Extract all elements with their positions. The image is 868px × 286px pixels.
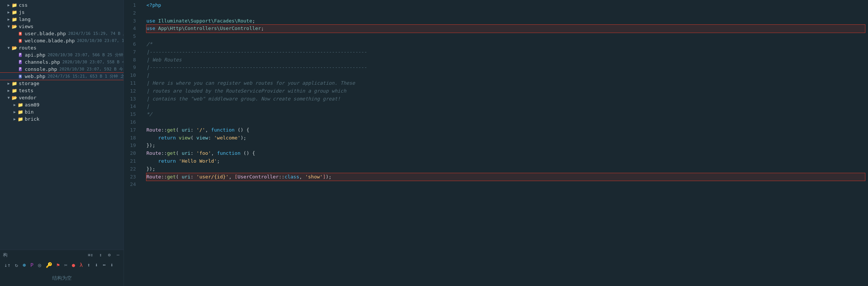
php-icon-channels: P xyxy=(17,60,23,65)
sidebar-item-storage[interactable]: storage xyxy=(0,80,124,87)
code-line-20: Route::get( uri: 'foo', function () { xyxy=(146,150,865,157)
sidebar-item-lang[interactable]: lang xyxy=(0,16,124,23)
editor: 1 2 3 4 5 6 7 8 9 10 11 12 13 14 15 16 1… xyxy=(124,0,868,286)
folder-icon-routes xyxy=(11,45,17,51)
storage-label: storage xyxy=(19,81,39,86)
sidebar-bottom: 构 ≡↕ ↕ ⚙ — ↓↑ ↻ ⊕ P ◎ 🔑 ⚑ ✂ ● λ ⬆ xyxy=(0,250,124,286)
sidebar-item-vendor[interactable]: vendor xyxy=(0,94,124,101)
code-line-14: | xyxy=(146,103,865,111)
sidebar-item-tests[interactable]: tests xyxy=(0,87,124,94)
main-container: css js lang views xyxy=(0,0,868,286)
refresh-btn[interactable]: ↻ xyxy=(14,261,19,269)
routes-label: routes xyxy=(19,45,36,51)
folder-icon-asm89 xyxy=(17,102,23,108)
code-line-21: return 'Hello World'; xyxy=(146,157,865,165)
dot-btn[interactable]: ● xyxy=(71,261,76,269)
user-blade-meta: 2024/7/16 15:29, 74 B 片刻 之前 xyxy=(68,31,124,36)
brick-label: brick xyxy=(25,116,39,122)
code-line-7: |---------------------------------------… xyxy=(146,48,865,56)
sidebar-item-routes[interactable]: routes xyxy=(0,44,124,51)
folder-icon-views xyxy=(11,24,17,29)
code-line-22: }); xyxy=(146,165,865,173)
structure-settings-btn[interactable]: ⚙ xyxy=(107,252,112,258)
down-btn[interactable]: ⬇ xyxy=(94,261,99,269)
code-line-15: */ xyxy=(146,111,865,118)
console-php-meta: 2020/10/30 23:07, 592 B 今天 13:19 xyxy=(59,66,124,72)
circle-btn[interactable]: ◎ xyxy=(37,261,42,269)
arrow-vendor xyxy=(6,95,11,100)
flag-btn[interactable]: ⚑ xyxy=(56,261,61,269)
arrow-empty4 xyxy=(12,60,17,65)
structure-scroll-btn[interactable]: ↕ xyxy=(98,252,103,258)
folder-icon-brick xyxy=(17,117,23,122)
lambda-btn[interactable]: λ xyxy=(78,261,84,269)
code-line-11: | Here is where you can register web rou… xyxy=(146,79,865,87)
arrow-storage xyxy=(6,81,11,86)
sidebar-item-bin[interactable]: bin xyxy=(0,108,124,115)
code-line-18: return view( view: 'welcome'); xyxy=(146,134,865,142)
code-line-5 xyxy=(146,33,865,40)
structure-title-bar: 构 ≡↕ ↕ ⚙ — xyxy=(0,250,124,260)
folder-icon-bin xyxy=(17,109,23,115)
css-label: css xyxy=(19,2,27,8)
blade-icon-user: B xyxy=(17,31,23,36)
views-label: views xyxy=(19,24,33,29)
structure-sort-btn[interactable]: ≡↕ xyxy=(87,252,94,258)
sidebar-item-api-php[interactable]: P api.php 2020/10/30 23:07, 566 B 25 分钟 … xyxy=(0,51,124,58)
arrow-tests xyxy=(6,88,11,93)
sort-btn[interactable]: ↓↑ xyxy=(3,261,12,269)
code-line-13: | contains the "web" middleware group. N… xyxy=(146,95,865,103)
api-php-meta: 2020/10/30 23:07, 566 B 25 分钟 之前 xyxy=(48,52,124,58)
sidebar-item-channels-php[interactable]: P channels.php 2020/10/30 23:07, 558 B 今… xyxy=(0,58,124,66)
js-label: js xyxy=(19,9,25,15)
sidebar-item-asm89[interactable]: asm89 xyxy=(0,101,124,108)
p-btn[interactable]: P xyxy=(29,261,35,269)
bin-label: bin xyxy=(25,109,33,115)
structure-collapse-btn[interactable]: — xyxy=(116,252,121,258)
php-icon-console: P xyxy=(17,67,23,72)
arrow-empty xyxy=(12,31,17,36)
code-line-16 xyxy=(146,118,865,126)
code-line-1: <?php xyxy=(146,1,865,9)
sidebar-item-user-blade[interactable]: B user.blade.php 2024/7/16 15:29, 74 B 片… xyxy=(0,30,124,37)
welcome-blade-label: welcome.blade.php xyxy=(25,38,75,43)
sidebar-item-views[interactable]: views xyxy=(0,23,124,30)
cut-btn[interactable]: ✂ xyxy=(63,261,68,269)
code-line-24 xyxy=(146,181,865,189)
welcome-blade-meta: 2020/10/30 23:07, 18.21 kB 5 分钟 之前 xyxy=(77,38,124,43)
sidebar-item-welcome-blade[interactable]: B welcome.blade.php 2020/10/30 23:07, 18… xyxy=(0,37,124,44)
up-btn[interactable]: ⬆ xyxy=(86,261,91,269)
arrow-empty6 xyxy=(12,74,17,79)
api-php-label: api.php xyxy=(25,52,45,58)
blade-icon-welcome: B xyxy=(17,38,23,43)
folder-icon-js xyxy=(11,10,17,15)
sidebar-tree[interactable]: css js lang views xyxy=(0,0,124,250)
vendor-label: vendor xyxy=(19,95,36,100)
folder-icon-vendor xyxy=(11,95,17,100)
sidebar-item-js[interactable]: js xyxy=(0,9,124,16)
sidebar-item-brick[interactable]: brick xyxy=(0,115,124,123)
code-line-23: Route::get( uri: 'user/{id}', [UserContr… xyxy=(146,173,865,181)
arrow-lang xyxy=(6,17,11,22)
sidebar-item-console-php[interactable]: P console.php 2020/10/30 23:07, 592 B 今天… xyxy=(0,66,124,73)
folder-icon-css xyxy=(11,3,17,8)
code-line-19: }); xyxy=(146,142,865,150)
console-php-label: console.php xyxy=(25,66,57,72)
channels-php-label: channels.php xyxy=(25,59,60,65)
arrow-asm89 xyxy=(12,102,17,108)
arrow-bin xyxy=(12,109,17,115)
code-line-17: Route::get( uri: '/', function () { xyxy=(146,126,865,134)
key-btn[interactable]: 🔑 xyxy=(45,261,53,269)
folder-icon-lang xyxy=(11,17,17,22)
structure-empty: 结构为空 xyxy=(0,270,124,286)
code-line-4: use App\Http\Controllers\UserController; xyxy=(146,25,865,33)
add-btn[interactable]: ⊕ xyxy=(21,261,27,269)
arrow-empty5 xyxy=(12,67,17,72)
sidebar-item-web-php[interactable]: R web.php 2024/7/16 15:21, 653 B 1 分钟 之前 xyxy=(0,73,124,80)
left-btn[interactable]: ⬅ xyxy=(101,261,107,269)
code-line-8: | Web Routes xyxy=(146,56,865,64)
code-area[interactable]: <?php use Illuminate\Support\Facades\Rou… xyxy=(143,0,868,286)
sidebar-item-css[interactable]: css xyxy=(0,1,124,9)
down2-btn[interactable]: ⬇ xyxy=(109,261,115,269)
code-line-9: |---------------------------------------… xyxy=(146,64,865,72)
